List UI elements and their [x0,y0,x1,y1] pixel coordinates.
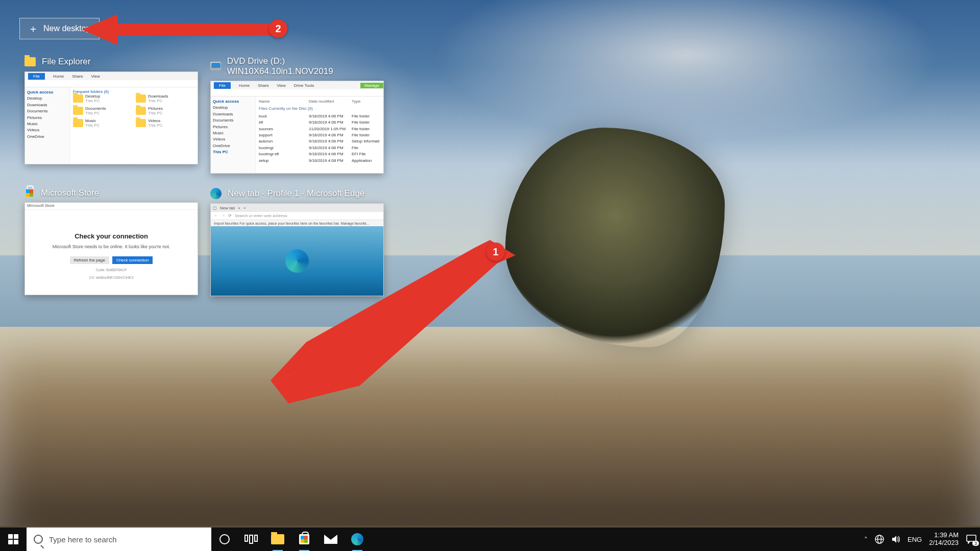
store-heading: Check your connection [75,232,148,240]
start-button[interactable] [0,528,27,551]
manage-tab: Manage [360,83,383,88]
ribbon-file: File [28,73,45,80]
taskview-tile-edge[interactable]: New tab - Profile 1 - Microsoft Edge ▢Ne… [210,188,384,296]
volume-icon[interactable] [891,535,900,544]
check-button: Check connection [112,256,153,264]
taskview-tile-file-explorer[interactable]: File Explorer File Home Share View Quick… [24,56,198,174]
system-tray: ˄ ENG 1:39 AM 2/14/2023 3 [864,532,980,547]
taskbar-search[interactable]: Type here to search [27,528,211,551]
cortana-button[interactable] [211,528,238,551]
ribbon-share: Share [72,74,83,79]
taskbar-pin-file-explorer[interactable] [264,528,291,551]
tile-thumbnail: ▢New tab×+ ←→⟳Search or enter web addres… [210,203,384,296]
edge-icon [351,533,363,545]
tray-overflow-button[interactable]: ˄ [864,536,868,543]
taskbar-pin-mail[interactable] [317,528,344,551]
taskview-tile-dvd-drive[interactable]: DVD Drive (D:) WIN10X64.10in1.NOV2019 Fi… [210,56,384,174]
error-cv: CV: wn6bv4NF/16SVCrHE3 [89,276,134,279]
ribbon-file: File [214,82,231,89]
tile-thumbnail: File Home Share View Quick access Deskto… [24,71,198,164]
nav-pane: Quick access Desktop Downloads Documents… [211,97,256,173]
refresh-button: Refresh the page [70,256,109,264]
new-desktop-button[interactable]: ＋ New desktop [19,18,100,39]
svg-rect-5 [8,534,13,539]
nav-pane: Quick access Desktop Downloads Documents… [25,87,70,164]
svg-rect-6 [14,534,18,539]
annotation-badge-1: 1 [486,243,505,261]
notification-badge: 3 [972,541,979,546]
network-icon[interactable] [875,535,884,544]
tile-title: DVD Drive (D:) WIN10X64.10in1.NOV2019 [227,56,384,77]
section-title: Frequent folders (6) [73,89,194,94]
new-desktop-label: New desktop [43,24,91,33]
svg-marker-12 [892,536,896,543]
taskview-tile-ms-store[interactable]: Microsoft Store Microsoft Store Check yo… [24,188,198,296]
taskbar: Type here to search ˄ E [0,528,980,551]
clock-date: 2/14/2023 [929,539,959,547]
taskbar-pin-ms-store[interactable] [291,528,317,551]
taskview-tiles: File Explorer File Home Share View Quick… [24,56,384,296]
clock-time: 1:39 AM [934,532,959,539]
store-message: Microsoft Store needs to be online. It l… [53,244,170,249]
search-placeholder: Type here to search [49,535,117,544]
tile-title: File Explorer [42,57,90,67]
mail-icon [324,535,337,544]
search-icon [34,535,43,544]
tile-title: Microsoft Store [41,188,99,198]
edge-swirl-icon [285,249,309,273]
store-icon [299,534,309,544]
ribbon-home: Home [53,74,64,79]
taskbar-pin-edge[interactable] [344,528,371,551]
cortana-icon [219,534,230,544]
action-center-button[interactable]: 3 [966,534,977,545]
tile-title: New tab - Profile 1 - Microsoft Edge [228,188,364,199]
ribbon-view: View [91,74,100,79]
language-indicator[interactable]: ENG [908,536,922,543]
svg-rect-7 [8,540,13,544]
annotation-badge-2: 2 [269,19,287,38]
svg-rect-8 [14,540,18,544]
tile-thumbnail: Microsoft Store Check your connection Mi… [24,202,198,295]
folder-icon [271,534,284,544]
tile-thumbnail: File Home Share View Drive Tools Manage … [210,81,384,174]
error-code: Code: 0x800704CF [96,268,127,272]
taskbar-clock[interactable]: 1:39 AM 2/14/2023 [929,532,959,547]
task-view-icon [244,535,258,544]
plus-icon: ＋ [28,23,38,34]
drive-icon [210,62,221,71]
task-view-button[interactable] [238,528,264,551]
folder-icon [24,56,36,67]
edge-icon [210,188,222,199]
store-icon [24,188,35,198]
